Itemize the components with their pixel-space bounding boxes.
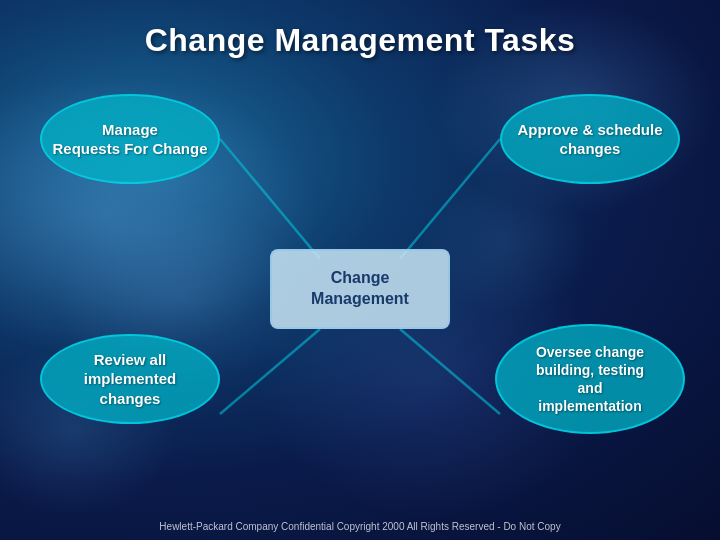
node-top-left-line1: Manage <box>52 120 207 140</box>
diagram-area: Manage Requests For Change Approve & sch… <box>10 74 710 504</box>
node-bottom-right-line3: and <box>536 379 644 397</box>
node-bottom-left: Review all implemented changes <box>40 334 220 424</box>
node-center: Change Management <box>270 249 450 329</box>
node-bottom-right-line4: implementation <box>536 397 644 415</box>
svg-line-1 <box>400 139 500 259</box>
node-top-left-line2: Requests For Change <box>52 139 207 159</box>
node-bottom-left-line3: changes <box>84 389 177 409</box>
node-top-right-line1: Approve & schedule <box>517 120 662 140</box>
svg-line-2 <box>220 329 320 414</box>
node-top-right: Approve & schedule changes <box>500 94 680 184</box>
svg-line-3 <box>400 329 500 414</box>
node-top-right-line2: changes <box>517 139 662 159</box>
main-content: Change Management Tasks Manage Requests … <box>0 0 720 540</box>
node-bottom-left-line2: implemented <box>84 369 177 389</box>
node-top-left: Manage Requests For Change <box>40 94 220 184</box>
footer-text: Hewlett-Packard Company Confidential Cop… <box>0 521 720 532</box>
node-bottom-right-line2: building, testing <box>536 361 644 379</box>
node-bottom-right: Oversee change building, testing and imp… <box>495 324 685 434</box>
node-center-line2: Management <box>311 289 409 310</box>
page-title: Change Management Tasks <box>145 22 576 59</box>
node-bottom-left-line1: Review all <box>84 350 177 370</box>
svg-line-0 <box>220 139 320 259</box>
node-bottom-right-line1: Oversee change <box>536 343 644 361</box>
node-center-line1: Change <box>311 268 409 289</box>
